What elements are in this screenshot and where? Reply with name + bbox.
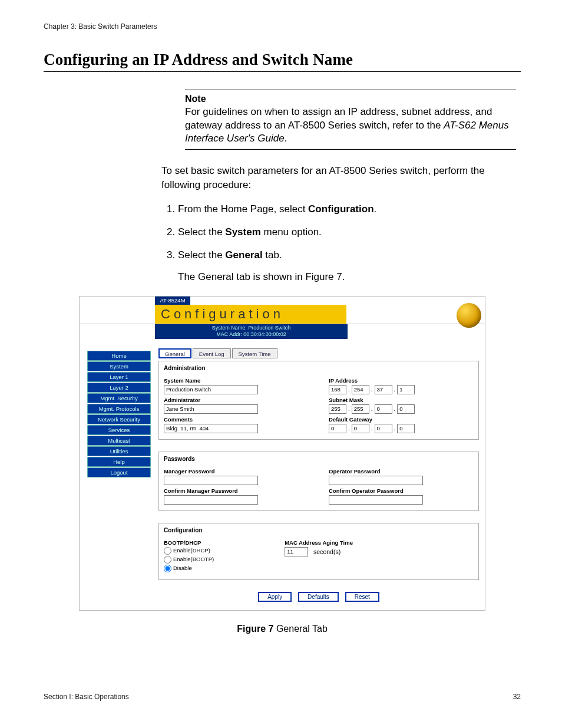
subnet-mask-label: Subnet Mask	[329, 397, 415, 403]
note-title: Note	[185, 93, 516, 106]
intro-paragraph: To set basic switch parameters for an AT…	[161, 164, 516, 192]
page-title: Configuring an IP Address and Switch Nam…	[44, 51, 521, 72]
header-spacer-left	[80, 297, 155, 324]
tab-event-log[interactable]: Event Log	[193, 348, 231, 358]
procedure-steps: From the Home Page, select Configuration…	[161, 203, 516, 284]
mac-aging-unit: second(s)	[313, 548, 340, 555]
configuration-panel: Configuration BOOTP/DHCP Enable(DHCP) En…	[158, 523, 479, 580]
figure-7: AT-8524M Configuration System Name: Prod…	[79, 296, 485, 611]
header-spacer-right	[346, 305, 485, 324]
nav-mgmt-protocols[interactable]: Mgmt. Protocols	[87, 404, 151, 414]
step-3-sub: The General tab is shown in Figure 7.	[178, 271, 516, 284]
system-info-line: System Name: Production Switch MAC Addr:…	[155, 324, 348, 339]
nav-utilities[interactable]: Utilities	[87, 446, 151, 456]
reset-button[interactable]: Reset	[345, 592, 379, 602]
administration-panel: Administration System Name Administrator…	[158, 361, 479, 440]
comments-label: Comments	[164, 416, 258, 423]
figure-caption: Figure 7 General Tab	[79, 624, 485, 634]
nav-logout[interactable]: Logout	[87, 467, 151, 477]
radio-enable-bootp-label: Enable(BOOTP)	[173, 556, 214, 562]
ip-address-label: IP Address	[329, 377, 415, 384]
operator-password-label: Operator Password	[329, 468, 423, 475]
bootp-dhcp-label: BOOTP/DHCP	[164, 539, 214, 546]
mask-oct-1[interactable]	[329, 404, 346, 414]
note-body: For guidelines on when to assign an IP a…	[185, 106, 509, 144]
passwords-panel: Passwords Manager Password Confirm Manag…	[158, 452, 479, 511]
ip-oct-4[interactable]	[397, 385, 415, 394]
mac-aging-label: MAC Address Aging Time	[285, 539, 353, 546]
note-box: Note For guidelines on when to assign an…	[185, 90, 516, 150]
administration-title: Administration	[164, 365, 474, 371]
tab-row: General Event Log System Time	[158, 348, 479, 358]
nav-mgmt-security[interactable]: Mgmt. Security	[87, 393, 151, 403]
system-name-input[interactable]	[164, 385, 258, 394]
ip-oct-3[interactable]	[375, 385, 392, 394]
tab-general[interactable]: General	[158, 348, 191, 358]
model-label: AT-8524M	[155, 297, 190, 305]
ip-oct-2[interactable]	[352, 385, 369, 394]
operator-password-input[interactable]	[329, 476, 423, 485]
gw-oct-1[interactable]	[329, 424, 346, 433]
administrator-label: Administrator	[164, 397, 258, 403]
configuration-title: Configuration	[164, 527, 474, 533]
step-3: Select the General tab. The General tab …	[178, 249, 516, 284]
button-row: Apply Defaults Reset	[158, 592, 479, 602]
radio-enable-dhcp[interactable]	[164, 547, 171, 555]
nav-services[interactable]: Services	[87, 425, 151, 435]
manager-password-label: Manager Password	[164, 468, 258, 475]
manager-password-input[interactable]	[164, 476, 258, 485]
nav-help[interactable]: Help	[87, 457, 151, 467]
gw-oct-2[interactable]	[352, 424, 369, 433]
nav-network-security[interactable]: Network Security	[87, 414, 151, 424]
gw-oct-3[interactable]	[375, 424, 392, 433]
globe-icon	[457, 303, 481, 328]
nav-system[interactable]: System	[87, 361, 151, 371]
system-name-label: System Name	[164, 377, 258, 384]
radio-enable-dhcp-label: Enable(DHCP)	[173, 547, 210, 554]
defaults-button[interactable]: Defaults	[298, 592, 339, 602]
ip-oct-1[interactable]	[329, 385, 346, 394]
radio-disable-label: Disable	[173, 565, 192, 571]
confirm-operator-password-label: Confirm Operator Password	[329, 487, 423, 494]
mask-oct-2[interactable]	[352, 404, 369, 414]
tab-system-time[interactable]: System Time	[232, 348, 277, 358]
radio-enable-bootp[interactable]	[164, 556, 171, 564]
mask-oct-3[interactable]	[375, 404, 392, 414]
nav-multicast[interactable]: Multicast	[87, 436, 151, 446]
confirm-manager-password-input[interactable]	[164, 495, 258, 505]
default-gateway-label: Default Gateway	[329, 416, 415, 423]
gw-oct-4[interactable]	[397, 424, 415, 433]
passwords-title: Passwords	[164, 456, 474, 462]
sidebar-nav: Home System Layer 1 Layer 2 Mgmt. Securi…	[80, 348, 155, 602]
mask-oct-4[interactable]	[397, 404, 415, 414]
nav-home[interactable]: Home	[87, 351, 151, 361]
step-2: Select the System menu option.	[178, 226, 516, 239]
config-title-bar: Configuration	[155, 305, 346, 324]
nav-layer1[interactable]: Layer 1	[87, 372, 151, 382]
step-1: From the Home Page, select Configuration…	[178, 203, 516, 216]
confirm-operator-password-input[interactable]	[329, 495, 423, 505]
apply-button[interactable]: Apply	[258, 592, 292, 602]
radio-disable[interactable]	[164, 565, 171, 572]
administrator-input[interactable]	[164, 404, 258, 414]
confirm-manager-password-label: Confirm Manager Password	[164, 487, 258, 494]
comments-input[interactable]	[164, 424, 258, 433]
footer-section: Section I: Basic Operations	[44, 693, 129, 701]
nav-layer2[interactable]: Layer 2	[87, 383, 151, 393]
chapter-line: Chapter 3: Basic Switch Parameters	[44, 22, 521, 31]
mac-aging-input[interactable]	[285, 547, 308, 556]
footer-page-number: 32	[513, 693, 521, 701]
